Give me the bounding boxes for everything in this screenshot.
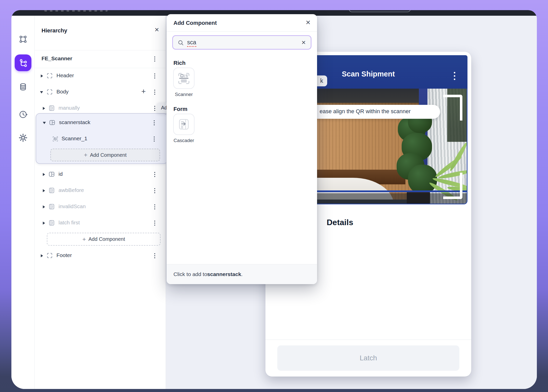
list-panel-icon xyxy=(48,220,55,226)
hierarchy-header: Hierarchy × xyxy=(35,16,166,50)
kebab-menu-icon[interactable] xyxy=(152,72,157,80)
cascader-icon xyxy=(177,117,191,131)
database-icon[interactable] xyxy=(11,83,35,91)
preview-title: Scan Shipment xyxy=(342,70,395,78)
tree-row-scanner1[interactable]: Scanner_1 xyxy=(36,131,167,147)
columns-layout-icon xyxy=(48,171,55,178)
settings-icon[interactable] xyxy=(11,133,35,142)
scanner-alert-text: ease align the QR within the scanner xyxy=(320,108,411,115)
tree-row-label: awbBefore xyxy=(58,187,84,193)
kebab-menu-icon[interactable] xyxy=(152,171,157,178)
close-icon[interactable]: × xyxy=(154,26,159,33)
hierarchy-tree: Header Body + xyxy=(35,68,166,389)
plus-icon: + xyxy=(82,236,86,243)
component-label: Cascader xyxy=(173,138,194,143)
chevron-right-icon[interactable] xyxy=(43,222,45,225)
kebab-menu-icon[interactable] xyxy=(152,55,157,63)
latch-button[interactable]: Latch xyxy=(277,345,459,371)
tree-row-label: manually xyxy=(58,105,80,111)
tree-row-label: Header xyxy=(56,72,74,79)
chevron-right-icon[interactable] xyxy=(43,189,45,192)
kebab-menu-icon[interactable] xyxy=(152,203,157,211)
kebab-menu-icon[interactable] xyxy=(152,135,156,143)
frame-container-icon xyxy=(46,72,53,79)
kebab-menu-icon[interactable] xyxy=(152,119,156,127)
search-value: sca xyxy=(187,39,196,47)
tree-row-latchfirst[interactable]: latch first xyxy=(35,215,166,231)
add-component-modal: Add Component × sca × Rich xyxy=(167,14,317,284)
tree-row-scannerstack[interactable]: scannerstack xyxy=(36,115,167,131)
clipped-title-text xyxy=(44,10,108,12)
frame-container-icon xyxy=(46,252,53,259)
tree-row-awbbefore[interactable]: awbBefore xyxy=(35,183,166,199)
footer-suffix: . xyxy=(241,271,243,277)
kebab-menu-icon[interactable] xyxy=(152,105,157,112)
scanner-icon xyxy=(52,135,59,142)
history-icon[interactable] xyxy=(11,110,35,119)
tree-row-label: id xyxy=(58,171,63,177)
clear-search-icon[interactable]: × xyxy=(302,38,306,47)
chevron-right-icon[interactable] xyxy=(43,173,45,176)
kebab-menu-icon[interactable] xyxy=(454,72,455,80)
footer-text: Click to add to xyxy=(173,271,207,277)
chevron-right-icon[interactable] xyxy=(41,74,43,77)
plus-icon: + xyxy=(84,151,87,159)
chevron-right-icon[interactable] xyxy=(43,205,45,208)
tree-root-row[interactable]: FE_Scanner xyxy=(35,50,166,68)
frame-container-icon xyxy=(46,89,53,95)
scanner-icon xyxy=(177,71,191,85)
add-component-label: Add Component xyxy=(88,236,125,242)
component-search-input[interactable]: sca × xyxy=(172,35,311,50)
plus-icon[interactable]: + xyxy=(141,87,146,96)
tree-row-label: latch first xyxy=(58,220,80,226)
footer-target: scannerstack xyxy=(207,271,241,277)
kebab-menu-icon[interactable] xyxy=(152,252,157,260)
close-icon[interactable]: × xyxy=(306,18,310,26)
divider xyxy=(265,340,471,340)
left-icon-sidebar xyxy=(11,16,35,389)
app-frame: Hierarchy × FE_Scanner He xyxy=(0,0,548,392)
scan-frame-corner-icon xyxy=(443,173,462,199)
tree-row-label: scannerstack xyxy=(59,119,90,125)
tree-row-id[interactable]: id xyxy=(35,166,166,183)
clipped-pill-button[interactable] xyxy=(349,10,411,12)
add-component-label: Add Component xyxy=(90,152,127,158)
cascader-component-tile[interactable] xyxy=(173,114,194,135)
divider xyxy=(167,31,317,32)
tree-row-footer[interactable]: Footer xyxy=(35,248,166,264)
list-panel-icon xyxy=(48,203,55,210)
component-tree-icon[interactable] xyxy=(15,54,31,71)
component-label: Scanner xyxy=(173,92,194,97)
chevron-right-icon[interactable] xyxy=(41,254,43,257)
details-heading: Details xyxy=(327,218,353,227)
search-icon xyxy=(178,40,184,46)
list-panel-icon xyxy=(48,187,55,194)
section-heading-form: Form xyxy=(173,106,187,112)
tree-row-label: Scanner_1 xyxy=(62,135,87,142)
kebab-menu-icon[interactable] xyxy=(152,219,157,227)
modal-footer: Click to add to scannerstack. xyxy=(167,264,317,284)
tree-row-header[interactable]: Header xyxy=(35,68,166,84)
hierarchy-panel: Hierarchy × FE_Scanner He xyxy=(35,16,166,389)
tree-row-label: Body xyxy=(56,89,69,95)
root-label: FE_Scanner xyxy=(42,55,72,62)
kebab-menu-icon[interactable] xyxy=(152,88,157,96)
add-component-button[interactable]: + Add Component xyxy=(50,149,160,161)
chevron-down-icon[interactable] xyxy=(43,122,46,124)
selected-tree-group: scannerstack xyxy=(36,113,168,164)
add-component-button[interactable]: + Add Component xyxy=(47,233,161,246)
tree-row-label: invalidScan xyxy=(58,203,86,209)
columns-layout-icon xyxy=(49,119,55,126)
kebab-menu-icon[interactable] xyxy=(152,187,157,194)
tree-row-invalidscan[interactable]: invalidScan xyxy=(35,199,166,215)
list-panel-icon xyxy=(48,105,55,111)
app-window: Hierarchy × FE_Scanner He xyxy=(11,10,537,389)
panel-title: Hierarchy xyxy=(42,27,67,34)
chevron-right-icon[interactable] xyxy=(43,107,45,110)
scanner-component-tile[interactable] xyxy=(173,68,194,89)
section-heading-rich: Rich xyxy=(173,60,186,66)
chevron-down-icon[interactable] xyxy=(40,91,43,93)
tree-row-body[interactable]: Body + xyxy=(35,84,166,100)
frame-select-icon[interactable] xyxy=(11,35,35,44)
scan-frame-corner-icon xyxy=(443,95,462,121)
